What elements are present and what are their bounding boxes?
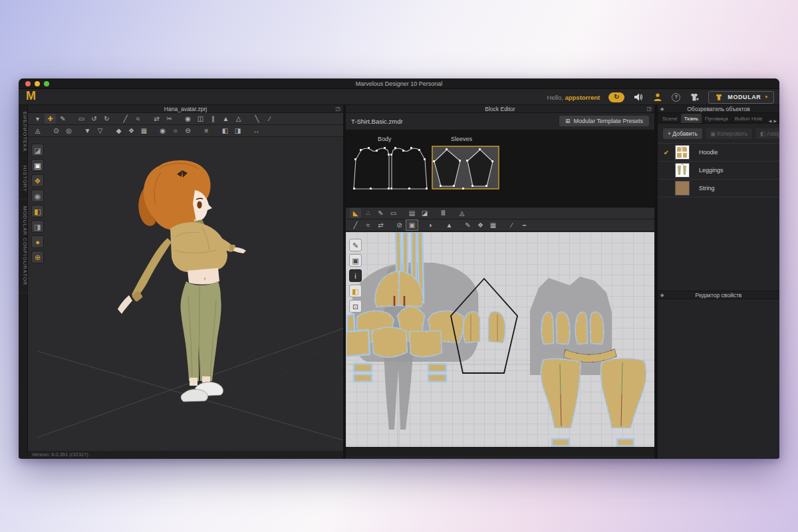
pin-box-icon[interactable]: ◎ — [63, 126, 74, 136]
strengthen-garment-icon[interactable]: ▲ — [220, 114, 231, 124]
image-tool-icon[interactable]: ▤ — [406, 208, 418, 218]
show-avatar-icon[interactable]: ◉ — [31, 190, 44, 202]
segment-sewing-3d-icon[interactable]: ▭ — [76, 114, 87, 124]
sewing-undo-icon[interactable]: ↺ — [88, 114, 100, 124]
m-n-sewing-icon[interactable]: ⇄ — [375, 220, 386, 230]
sewing-redo-icon[interactable]: ↻ — [101, 114, 112, 124]
lock-pattern-icon[interactable]: ⊡ — [349, 300, 362, 313]
stitch-flower-icon[interactable]: ❖ — [475, 220, 486, 230]
show-garment-2d-icon[interactable]: ▣ — [349, 254, 362, 267]
zipper-tool-icon[interactable]: ≡ — [201, 126, 212, 136]
show-fabric-icon[interactable]: ◧ — [349, 285, 362, 297]
shirt-edit-icon[interactable]: ✎ — [462, 220, 473, 230]
button-tool-icon[interactable]: ◉ — [157, 126, 168, 136]
brush-tool-icon[interactable]: ✎ — [349, 239, 362, 251]
gizmo-orientation-icon[interactable]: ▾ — [32, 114, 43, 124]
viewport-3d-canvas[interactable]: ◪▣❖◉◧◨●⊕ — [28, 137, 343, 451]
dock-arrow-icon[interactable]: ◆ — [660, 106, 664, 112]
edit-points-icon[interactable]: ∴ — [362, 208, 374, 218]
speaker-icon[interactable] — [633, 92, 644, 102]
free-sewing-2d-icon[interactable]: ≈ — [362, 220, 374, 230]
modular-template-presets-button[interactable]: ⊞ Modular Template Presets — [559, 116, 649, 126]
measure-tape-icon[interactable]: ∕ — [264, 114, 275, 124]
spacing-tool-icon[interactable]: ↔ — [251, 126, 262, 136]
stitch-shirt-icon[interactable]: ▦ — [487, 220, 499, 230]
tack-on-avatar-icon[interactable]: ▼ — [82, 126, 93, 136]
deactivate-garment-icon[interactable]: △ — [233, 114, 244, 124]
attach-to-avatar-icon[interactable]: ◆ — [113, 126, 124, 136]
fold-arrangement-icon[interactable]: ◉ — [182, 114, 194, 124]
dock-tab-library[interactable]: БИБЛИОТЕКА — [19, 105, 28, 159]
seam-dashed-icon[interactable]: ┅ — [519, 220, 530, 230]
account-icon[interactable] — [652, 92, 663, 102]
dock-arrow-icon[interactable]: ◆ — [660, 293, 664, 298]
fabric-list-item-leggings[interactable]: Leggings — [658, 162, 779, 180]
pants-arrangement-icon[interactable]: ∥ — [207, 114, 219, 124]
modular-dropdown-icon[interactable]: ▾ — [765, 94, 767, 100]
button-lock-icon[interactable]: ⊖ — [182, 126, 194, 136]
assign-fabric-button[interactable]: ◧ Assign — [755, 128, 779, 139]
block-label-body[interactable]: Body — [378, 136, 392, 142]
object-browser-header[interactable]: ◆ Обозреватель объектов — [658, 105, 779, 113]
shirt-arrange-icon[interactable]: ▲ — [444, 220, 455, 230]
tabs-next-icon[interactable]: ▶ — [773, 118, 777, 123]
add-fabric-button[interactable]: + Добавить — [663, 128, 702, 139]
sewing-locked-icon[interactable]: ▣ — [406, 220, 418, 230]
property-editor-header[interactable]: ◆ Редактор свойств — [658, 291, 779, 299]
sync-panels-icon[interactable]: ◫ — [195, 114, 206, 124]
project-tab-bar[interactable]: Hana_avatar.zprj ◳ — [28, 105, 343, 113]
stitch-brush-icon[interactable]: ❖ — [126, 126, 137, 136]
tab-scene[interactable]: Scene — [659, 114, 681, 123]
segment-sewing-2d-icon[interactable]: ╱ — [350, 220, 361, 230]
cloud-sync-icon[interactable]: ↻ — [608, 92, 624, 102]
show-avatar-2d-icon[interactable]: ◬ — [456, 208, 467, 218]
detach-sewing-icon[interactable]: ✂ — [164, 114, 175, 124]
tabs-prev-icon[interactable]: ◀ — [769, 118, 772, 123]
seam-line-icon[interactable]: ∕ — [506, 220, 517, 230]
tack-tool-icon[interactable]: ╲ — [251, 114, 263, 124]
tab-button[interactable]: Пуговица — [702, 114, 732, 123]
transform-pattern-icon[interactable]: ◣ — [350, 208, 361, 218]
close-window-button[interactable] — [25, 81, 31, 86]
pin-to-avatar-icon[interactable]: ⊙ — [51, 126, 62, 136]
show-cloth-mesh-icon[interactable]: ◪ — [31, 144, 44, 156]
show-pattern-mesh-icon[interactable]: ◨ — [31, 220, 44, 233]
edit-pattern-3d-icon[interactable]: ✎ — [57, 114, 68, 124]
show-garment-icon[interactable]: ▣ — [31, 159, 44, 172]
block-label-sleeves[interactable]: Sleeves — [451, 136, 472, 142]
trace-pattern-icon[interactable]: ◪ — [419, 208, 430, 218]
tab-buttonhole[interactable]: Button Hole — [732, 114, 766, 123]
zoom-window-button[interactable] — [44, 81, 49, 86]
new-garment-icon[interactable] — [689, 92, 700, 102]
help-icon[interactable]: ? — [672, 93, 680, 102]
dock-tab-history[interactable]: HISTORY — [19, 159, 28, 200]
pattern-2d-canvas[interactable]: ✎▣i◧⊡ .pp{fill:#cdb06e;stroke:#a7c7e8;st… — [346, 232, 654, 447]
modular-mode-button[interactable]: MODULAR ▾ — [708, 91, 774, 104]
fabric-list-item-string[interactable]: String — [658, 180, 779, 198]
tab-fabric[interactable]: Ткань — [681, 114, 702, 123]
dock-tab-modular-configurator[interactable]: MODULAR CONFIGURATOR — [19, 200, 28, 293]
popout-icon[interactable]: ◳ — [335, 106, 340, 112]
wind-wall-icon[interactable]: ◧ — [219, 126, 231, 136]
edit-pattern-2d-icon[interactable]: ✎ — [375, 208, 386, 218]
show-environment-icon[interactable]: ⊕ — [31, 251, 44, 263]
wind-wall-alt-icon[interactable]: ◨ — [232, 126, 243, 136]
pin-sewing-icon[interactable]: ⊘ — [394, 220, 405, 230]
info-overlay-icon[interactable]: i — [349, 269, 362, 282]
popout-icon[interactable]: ◳ — [646, 106, 652, 112]
fabric-list-item-hoodie[interactable]: ✔ Hoodie — [658, 144, 779, 162]
block-editor-tab-bar[interactable]: Block Editor ◳ — [346, 105, 654, 113]
select-move-icon[interactable]: ✚ — [45, 114, 56, 124]
buttonhole-tool-icon[interactable]: ○ — [170, 126, 181, 136]
iron-tool-icon[interactable]: ◗ — [425, 220, 436, 230]
swap-sewing-icon[interactable]: ⇄ — [151, 114, 162, 124]
show-stitches-icon[interactable]: ❖ — [31, 174, 44, 187]
free-sewing-3d-icon[interactable]: ╱ — [120, 114, 131, 124]
minimize-window-button[interactable] — [35, 81, 40, 86]
edit-sewing-3d-icon[interactable]: ≈ — [132, 114, 144, 124]
block-editor-canvas[interactable]: Body Sleeves — [346, 130, 654, 207]
add-pattern-icon[interactable]: ▭ — [388, 208, 399, 218]
stitch-fill-icon[interactable]: ▦ — [138, 126, 150, 136]
show-pattern-fill-icon[interactable]: ◧ — [31, 205, 44, 217]
show-avatar-head-icon[interactable]: ● — [31, 235, 44, 248]
